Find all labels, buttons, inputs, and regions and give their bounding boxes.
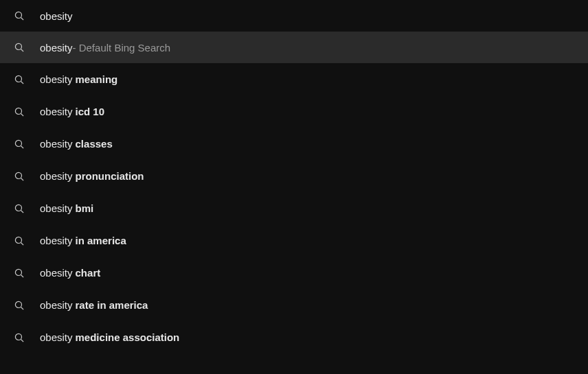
address-bar-suggestions-panel: { "search": { "query": "obesity" }, "def… <box>0 0 588 374</box>
suggestion-label: obesity rate in america <box>40 299 148 311</box>
suggestion-prefix: obesity <box>40 106 73 117</box>
suggestion-label: obesity meaning <box>40 73 117 85</box>
suggestion-label: obesity pronunciation <box>40 170 144 182</box>
search-icon <box>14 300 25 311</box>
svg-line-7 <box>21 113 23 116</box>
suggestion-label: obesity icd 10 <box>40 106 104 117</box>
svg-line-21 <box>21 339 23 342</box>
search-input[interactable] <box>40 10 588 22</box>
svg-line-19 <box>21 307 23 309</box>
suggestion-prefix: obesity <box>40 73 73 85</box>
suggestions-list: obesity - Default Bing Search obesity me… <box>0 32 588 353</box>
search-icon <box>14 106 25 117</box>
suggestion-description: - Default Bing Search <box>73 42 171 54</box>
suggestion-item[interactable]: obesity medicine association <box>0 321 588 353</box>
suggestion-label: obesity chart <box>40 267 100 279</box>
suggestion-completion: in america <box>76 235 126 246</box>
svg-line-17 <box>21 274 23 277</box>
svg-line-15 <box>21 242 23 245</box>
suggestion-item[interactable]: obesity pronunciation <box>0 160 588 192</box>
search-icon <box>14 74 25 85</box>
suggestion-completion: rate in america <box>76 299 148 311</box>
search-icon <box>14 10 25 21</box>
suggestion-label: obesity in america <box>40 235 126 246</box>
suggestion-prefix: obesity <box>40 331 73 343</box>
suggestion-item[interactable]: obesity rate in america <box>0 289 588 321</box>
suggestion-label: obesity bmi <box>40 202 93 214</box>
suggestion-prefix: obesity <box>40 267 73 279</box>
svg-line-3 <box>21 49 23 51</box>
suggestion-item[interactable]: obesity in america <box>0 224 588 257</box>
svg-point-16 <box>15 269 21 275</box>
svg-line-5 <box>21 81 23 84</box>
svg-point-18 <box>15 301 21 307</box>
search-icon <box>14 268 25 279</box>
search-icon <box>14 139 25 150</box>
svg-point-20 <box>15 334 21 340</box>
svg-line-9 <box>21 145 23 148</box>
svg-line-13 <box>21 210 23 213</box>
suggestion-completion: bmi <box>76 202 94 214</box>
svg-point-14 <box>15 237 21 243</box>
search-bar <box>0 0 588 32</box>
svg-point-6 <box>15 108 21 114</box>
svg-line-11 <box>21 178 23 180</box>
svg-point-8 <box>15 140 21 146</box>
suggestion-item[interactable]: obesity bmi <box>0 192 588 224</box>
search-icon <box>14 171 25 182</box>
search-icon <box>14 42 25 53</box>
svg-point-2 <box>15 43 21 49</box>
suggestion-completion: pronunciation <box>76 170 144 182</box>
search-icon <box>14 203 25 214</box>
suggestion-label: obesity medicine association <box>40 331 179 343</box>
suggestion-completion: icd 10 <box>76 106 105 117</box>
suggestion-prefix: obesity <box>40 170 73 182</box>
suggestion-completion: chart <box>76 267 101 279</box>
suggestion-item[interactable]: obesity meaning <box>0 63 588 95</box>
suggestion-label: obesity classes <box>40 138 113 150</box>
svg-point-10 <box>15 172 21 178</box>
suggestion-item[interactable]: obesity chart <box>0 257 588 289</box>
svg-point-4 <box>15 75 21 82</box>
suggestion-completion: medicine association <box>76 331 180 343</box>
suggestion-text: obesity <box>40 42 73 54</box>
search-icon <box>14 332 25 343</box>
suggestion-label: obesity - Default Bing Search <box>40 42 170 54</box>
suggestion-prefix: obesity <box>40 235 73 246</box>
suggestion-item-default[interactable]: obesity - Default Bing Search <box>0 32 588 63</box>
svg-point-12 <box>15 204 21 211</box>
suggestion-prefix: obesity <box>40 202 73 214</box>
suggestion-item[interactable]: obesity classes <box>0 128 588 160</box>
svg-line-1 <box>21 17 23 20</box>
suggestion-prefix: obesity <box>40 138 73 150</box>
suggestion-completion: classes <box>76 138 113 150</box>
suggestion-prefix: obesity <box>40 299 73 311</box>
svg-point-0 <box>15 12 21 18</box>
suggestion-item[interactable]: obesity icd 10 <box>0 95 588 128</box>
suggestion-completion: meaning <box>76 73 118 85</box>
search-icon <box>14 235 25 246</box>
